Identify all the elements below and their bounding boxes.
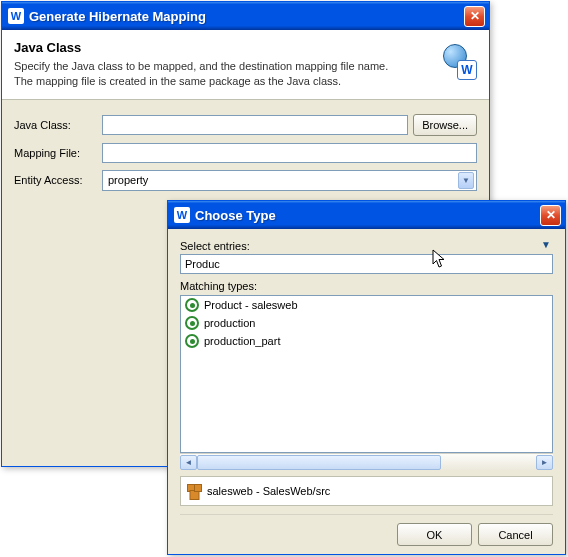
select-entries-label: Select entries: <box>180 240 535 252</box>
mapping-file-input[interactable] <box>102 143 477 163</box>
window-title: Generate Hibernate Mapping <box>29 9 464 24</box>
class-icon <box>185 316 199 330</box>
menu-dropdown-icon[interactable]: ▼ <box>535 239 553 254</box>
cancel-button[interactable]: Cancel <box>478 523 553 546</box>
scroll-left-button[interactable]: ◄ <box>180 455 197 470</box>
list-item[interactable]: production <box>181 314 552 332</box>
list-item-label: production_part <box>204 335 280 347</box>
horizontal-scrollbar[interactable]: ◄ ► <box>180 453 553 470</box>
scroll-thumb[interactable] <box>197 455 441 470</box>
matching-types-list[interactable]: Product - salesweb production production… <box>180 295 553 453</box>
dialog-body: Select entries: ▼ Matching types: Produc… <box>168 229 565 554</box>
w-badge-icon: W <box>457 60 477 80</box>
close-button[interactable]: ✕ <box>464 6 485 27</box>
close-button[interactable]: ✕ <box>540 205 561 226</box>
info-panel: salesweb - SalesWeb/src <box>180 476 553 506</box>
close-icon: ✕ <box>546 208 556 222</box>
window-title: Choose Type <box>195 208 540 223</box>
button-row: OK Cancel <box>180 514 553 546</box>
header-panel: Java Class Specify the Java class to be … <box>2 30 489 100</box>
search-input[interactable] <box>180 254 553 274</box>
page-description-1: Specify the Java class to be mapped, and… <box>14 59 429 74</box>
choose-type-dialog: W Choose Type ✕ Select entries: ▼ Matchi… <box>167 200 566 555</box>
wizard-icon: W <box>437 40 477 80</box>
list-item-label: production <box>204 317 255 329</box>
browse-button[interactable]: Browse... <box>413 114 477 136</box>
titlebar[interactable]: W Choose Type ✕ <box>168 201 565 229</box>
header-text: Java Class Specify the Java class to be … <box>14 40 429 89</box>
matching-types-label: Matching types: <box>180 280 553 292</box>
form-area: Java Class: Browse... Mapping File: Enti… <box>2 100 489 212</box>
entity-access-label: Entity Access: <box>14 174 102 186</box>
package-icon <box>187 484 201 498</box>
ok-button[interactable]: OK <box>397 523 472 546</box>
mapping-file-label: Mapping File: <box>14 147 102 159</box>
list-item[interactable]: production_part <box>181 332 552 350</box>
app-icon: W <box>8 8 24 24</box>
java-class-input[interactable] <box>102 115 408 135</box>
entity-access-select[interactable]: property ▼ <box>102 170 477 191</box>
class-icon <box>185 298 199 312</box>
chevron-down-icon: ▼ <box>458 172 474 189</box>
class-icon <box>185 334 199 348</box>
info-text: salesweb - SalesWeb/src <box>207 485 330 497</box>
page-description-2: The mapping file is created in the same … <box>14 74 429 89</box>
java-class-label: Java Class: <box>14 119 102 131</box>
list-item-label: Product - salesweb <box>204 299 298 311</box>
page-heading: Java Class <box>14 40 429 55</box>
scroll-right-button[interactable]: ► <box>536 455 553 470</box>
entity-access-value: property <box>108 174 148 186</box>
scroll-track[interactable] <box>197 455 536 470</box>
list-item[interactable]: Product - salesweb <box>181 296 552 314</box>
titlebar[interactable]: W Generate Hibernate Mapping ✕ <box>2 2 489 30</box>
app-icon: W <box>174 207 190 223</box>
close-icon: ✕ <box>470 9 480 23</box>
